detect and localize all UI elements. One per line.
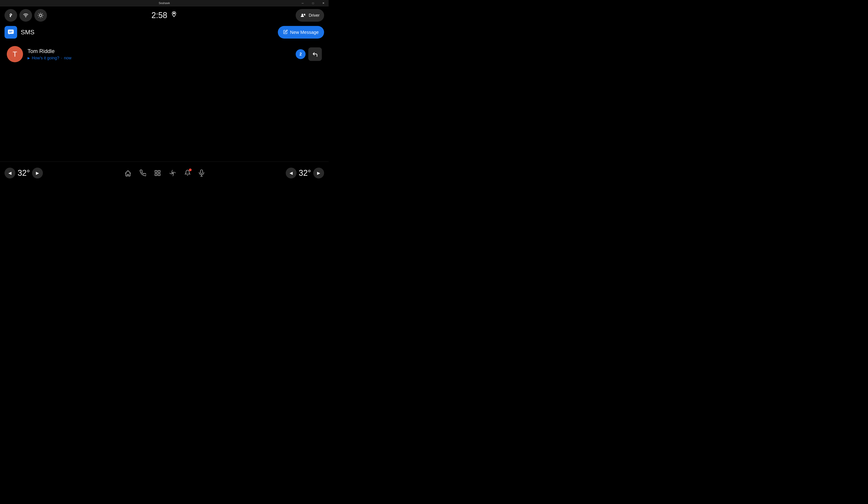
contact-name: Tom Riddle [28,48,296,54]
page-title: SMS [21,29,278,36]
play-icon: ▶ [28,56,30,60]
svg-point-15 [301,14,303,15]
grid-icon [154,170,161,176]
svg-line-8 [39,13,39,14]
reply-icon [312,52,318,56]
temp-left: ◀ 32° ▶ [4,168,43,178]
temp-left-decrease-button[interactable]: ◀ [4,168,16,178]
fan-button[interactable] [169,169,176,177]
temp-right: ◀ 32° ▶ [286,168,324,178]
location-icon [171,11,177,20]
svg-rect-23 [158,174,160,176]
message-text: How's it going? [32,56,59,61]
svg-point-16 [304,14,306,15]
svg-line-12 [39,17,39,17]
unread-badge: 2 [296,49,306,59]
svg-point-5 [40,14,42,17]
svg-line-0 [10,13,11,15]
app-header: SMS New Message [0,24,329,40]
svg-point-24 [172,172,173,174]
reply-button[interactable] [308,48,322,61]
status-bar: 2:58 Driver [0,6,329,24]
pencil-icon [283,30,288,35]
message-actions: 2 [296,48,322,61]
temp-left-value: 32° [18,168,30,178]
temp-right-decrease-button[interactable]: ◀ [286,168,297,178]
notification-dot [189,169,192,171]
wifi-icon [23,13,29,18]
grid-button[interactable] [154,170,161,176]
brightness-icon [38,12,43,18]
svg-line-9 [42,17,43,17]
temp-right-increase-button[interactable]: ▶ [313,168,324,178]
status-icons [4,9,47,22]
brightness-button[interactable] [34,9,47,22]
svg-rect-21 [158,170,160,172]
svg-point-14 [173,13,175,14]
main-content: 2:58 Driver [0,6,329,184]
time-display: 2:58 [152,11,167,20]
list-item[interactable]: T Tom Riddle ▶ How's it going? · now 2 [4,42,324,66]
fan-icon [169,169,176,177]
bluetooth-button[interactable] [4,9,17,22]
phone-icon [140,170,146,176]
avatar: T [7,46,23,62]
home-button[interactable] [124,170,132,176]
svg-rect-22 [155,174,157,176]
driver-icon [300,13,307,18]
minimize-button[interactable]: ─ [298,0,308,6]
close-button[interactable]: ✕ [318,0,329,6]
nav-icons [124,169,204,177]
svg-rect-25 [200,170,203,174]
title-bar: Seahawk ─ □ ✕ [0,0,329,6]
maximize-button[interactable]: □ [308,0,318,6]
svg-rect-20 [155,170,157,172]
phone-button[interactable] [140,170,146,176]
message-content: Tom Riddle ▶ How's it going? · now [28,48,296,61]
temp-right-value: 32° [299,168,311,178]
new-message-button[interactable]: New Message [278,26,324,39]
driver-label: Driver [309,13,320,18]
message-separator: · [61,56,62,61]
home-icon [124,170,132,176]
temp-left-increase-button[interactable]: ▶ [32,168,43,178]
wifi-button[interactable] [19,9,32,22]
sms-app-icon [4,26,17,39]
mic-button[interactable] [199,169,204,177]
message-list: T Tom Riddle ▶ How's it going? · now 2 [0,40,329,161]
message-time: now [64,56,72,61]
new-message-label: New Message [290,30,319,35]
message-preview: ▶ How's it going? · now [28,56,296,61]
svg-line-13 [42,13,43,14]
bell-button[interactable] [184,169,191,177]
bottom-bar: ◀ 32° ▶ [0,161,329,184]
window-title: Seahawk [159,2,170,5]
chat-icon [8,29,14,35]
status-center: 2:58 [152,11,177,20]
bluetooth-icon [8,13,13,18]
driver-button[interactable]: Driver [296,9,324,22]
mic-icon [199,169,204,177]
window-controls: ─ □ ✕ [298,0,329,6]
